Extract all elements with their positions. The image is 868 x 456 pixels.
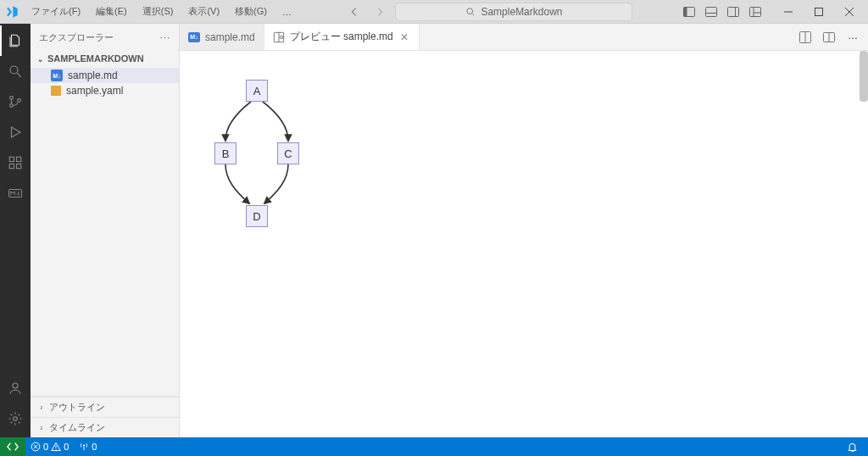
svg-point-26: [13, 383, 18, 388]
activity-extra[interactable]: [0, 178, 31, 209]
svg-line-1: [473, 14, 475, 15]
layout-toggle-secondary-sidebar-button[interactable]: [722, 1, 744, 23]
svg-rect-3: [684, 7, 687, 16]
explorer-sidebar: エクスプローラー ··· ⌄ SAMPLEMARKDOWN M↓ sample.…: [31, 24, 180, 437]
extensions-icon: [8, 155, 23, 170]
activity-search[interactable]: [0, 56, 31, 86]
svg-point-30: [280, 36, 283, 39]
files-icon: [8, 33, 23, 48]
bell-icon: [847, 442, 858, 453]
error-icon: [31, 442, 41, 452]
menu-edit[interactable]: 編集(E): [88, 3, 135, 20]
activity-source-control[interactable]: [0, 86, 31, 117]
diagram-node-b: B: [214, 142, 236, 164]
markdown-icon: [8, 186, 23, 201]
window-close-button[interactable]: [834, 0, 865, 24]
mermaid-diagram: A B C D: [210, 80, 312, 241]
window-maximize-button[interactable]: [804, 0, 834, 24]
markdown-file-icon: M↓: [188, 32, 200, 42]
editor-split-button[interactable]: [819, 27, 839, 47]
tab-close-button[interactable]: ✕: [398, 31, 410, 43]
status-warnings-count: 0: [64, 442, 69, 452]
svg-point-27: [14, 417, 18, 421]
editor-area: M↓ sample.md プレビュー sample.md ✕ ···: [180, 24, 868, 437]
sidebar-title: エクスプローラー: [39, 31, 114, 44]
activity-explorer[interactable]: [0, 25, 31, 56]
nav-back-button[interactable]: [344, 2, 364, 22]
svg-rect-24: [17, 157, 21, 161]
editor-show-source-button[interactable]: [795, 27, 815, 47]
activity-extensions[interactable]: [0, 147, 31, 178]
activity-bar: [0, 24, 31, 437]
status-bar: 0 0 0: [0, 437, 868, 456]
layout-customize-button[interactable]: [744, 1, 766, 23]
command-center[interactable]: SampleMarkdown: [395, 3, 632, 21]
vscode-icon: [5, 5, 19, 19]
file-label: sample.md: [68, 70, 118, 81]
preview-icon: [273, 31, 285, 43]
menu-selection[interactable]: 選択(S): [135, 3, 181, 20]
activity-settings[interactable]: [0, 403, 31, 434]
search-icon: [465, 7, 476, 17]
svg-rect-22: [9, 164, 14, 169]
folder-header[interactable]: ⌄ SAMPLEMARKDOWN: [31, 51, 179, 66]
svg-rect-23: [17, 164, 21, 169]
gear-icon: [8, 411, 23, 426]
tab-preview-sample-md[interactable]: プレビュー sample.md ✕: [264, 24, 420, 50]
yaml-file-icon: [51, 86, 61, 96]
menu-file[interactable]: ファイル(F): [24, 3, 88, 20]
chevron-right-icon: ›: [38, 403, 46, 412]
status-ports[interactable]: 0: [74, 437, 102, 456]
svg-line-17: [17, 73, 21, 77]
search-icon: [8, 64, 23, 79]
status-notifications[interactable]: [842, 442, 863, 453]
tabs-bar: M↓ sample.md プレビュー sample.md ✕ ···: [180, 24, 868, 51]
title-bar: ファイル(F) 編集(E) 選択(S) 表示(V) 移動(G) … Sample…: [0, 0, 868, 24]
command-center-text: SampleMarkdown: [481, 6, 562, 18]
menu-overflow[interactable]: …: [275, 4, 299, 19]
svg-rect-7: [728, 7, 739, 16]
editor-more-button[interactable]: ···: [843, 27, 863, 47]
scrollbar-thumb[interactable]: [860, 51, 868, 102]
outline-label: アウトライン: [49, 401, 105, 414]
diagram-node-a: A: [246, 80, 268, 102]
diagram-node-d: D: [246, 205, 268, 227]
remote-icon: [7, 441, 19, 453]
file-tree: M↓ sample.md sample.yaml: [31, 66, 179, 100]
folder-name: SAMPLEMARKDOWN: [47, 53, 144, 64]
diagram-node-c: C: [277, 142, 299, 164]
tab-sample-md[interactable]: M↓ sample.md: [180, 24, 264, 50]
layout-toggle-panel-button[interactable]: [700, 1, 722, 23]
chevron-right-icon: ›: [38, 423, 46, 432]
file-item-sample-yaml[interactable]: sample.yaml: [31, 83, 179, 98]
menu-bar: ファイル(F) 編集(E) 選択(S) 表示(V) 移動(G) …: [3, 3, 299, 20]
svg-point-18: [10, 97, 14, 100]
file-item-sample-md[interactable]: M↓ sample.md: [31, 68, 179, 83]
remote-button[interactable]: [0, 437, 25, 456]
layout-toggle-primary-sidebar-button[interactable]: [678, 1, 700, 23]
svg-point-20: [18, 99, 21, 103]
menu-go[interactable]: 移動(G): [227, 3, 275, 20]
outline-section[interactable]: › アウトライン: [31, 397, 179, 417]
status-problems[interactable]: 0 0: [25, 437, 74, 456]
sidebar-more-button[interactable]: ···: [160, 32, 170, 42]
svg-rect-13: [815, 8, 823, 15]
menu-view[interactable]: 表示(V): [181, 3, 227, 20]
nav-forward-button[interactable]: [370, 2, 390, 22]
svg-point-16: [10, 66, 18, 74]
markdown-preview[interactable]: A B C D: [180, 51, 868, 437]
debug-icon: [8, 125, 23, 140]
warning-icon: [51, 442, 61, 452]
window-minimize-button[interactable]: [773, 0, 804, 24]
timeline-label: タイムライン: [49, 421, 105, 434]
svg-point-39: [56, 448, 57, 449]
account-icon: [8, 381, 23, 396]
svg-rect-21: [9, 157, 14, 161]
svg-point-19: [10, 104, 14, 108]
activity-run-debug[interactable]: [0, 117, 31, 147]
activity-accounts[interactable]: [0, 373, 31, 403]
file-label: sample.yaml: [66, 85, 123, 97]
svg-rect-9: [750, 7, 761, 16]
svg-point-0: [467, 8, 473, 14]
timeline-section[interactable]: › タイムライン: [31, 417, 179, 437]
